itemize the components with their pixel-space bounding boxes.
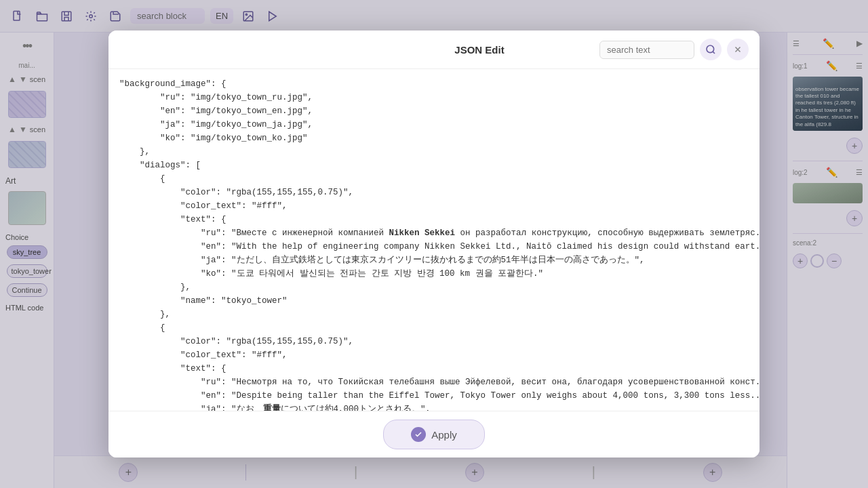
apply-label: Apply: [431, 429, 457, 441]
svg-point-6: [707, 45, 714, 53]
json-edit-modal: JSON Edit "background_image": {: [108, 30, 760, 458]
json-content: "background_image": { "ru": "img/tokyo_t…: [108, 77, 760, 411]
modal-search-input[interactable]: [599, 41, 694, 59]
modal-title: JSON Edit: [359, 44, 599, 56]
modal-close-button[interactable]: [727, 39, 749, 60]
modal-search-area: [599, 39, 749, 60]
modal-body[interactable]: "background_image": { "ru": "img/tokyo_t…: [108, 69, 760, 411]
modal-footer: Apply: [108, 411, 760, 458]
modal-overlay: JSON Edit "background_image": {: [0, 0, 868, 488]
apply-button[interactable]: Apply: [383, 420, 485, 449]
modal-header: JSON Edit: [108, 30, 760, 69]
check-icon: [411, 427, 426, 442]
modal-search-button[interactable]: [700, 39, 722, 60]
